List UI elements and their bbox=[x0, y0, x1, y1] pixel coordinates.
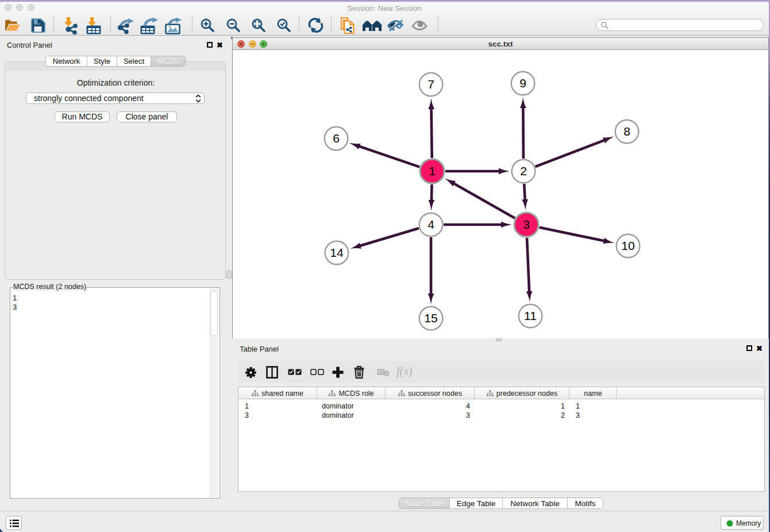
svg-text:15: 15 bbox=[424, 311, 437, 325]
svg-text:11: 11 bbox=[524, 309, 537, 322]
svg-text:2: 2 bbox=[520, 164, 527, 178]
svg-text:14: 14 bbox=[330, 246, 344, 259]
svg-text:3: 3 bbox=[523, 218, 530, 231]
svg-text:8: 8 bbox=[623, 125, 630, 138]
svg-text:10: 10 bbox=[621, 239, 634, 252]
svg-text:4: 4 bbox=[428, 218, 434, 231]
svg-text:6: 6 bbox=[333, 132, 340, 145]
svg-text:1: 1 bbox=[429, 164, 436, 178]
svg-text:7: 7 bbox=[428, 78, 434, 91]
svg-text:9: 9 bbox=[519, 76, 526, 90]
